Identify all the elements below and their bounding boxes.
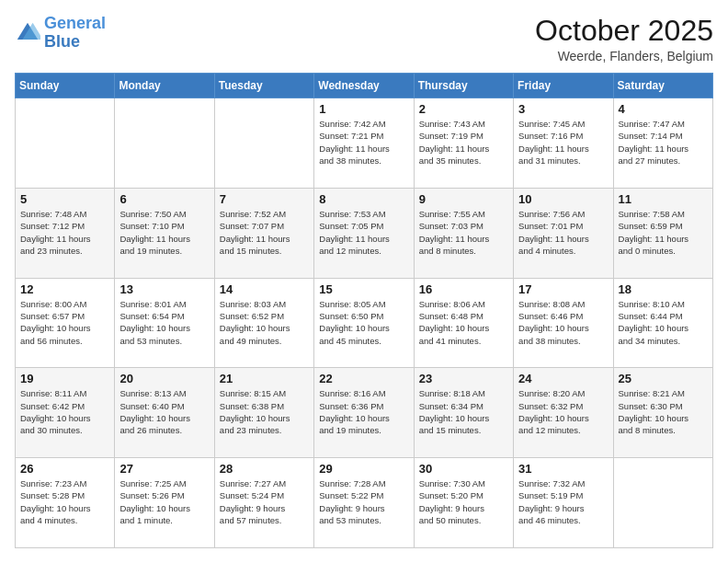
day-info-1-0: Sunrise: 7:48 AM Sunset: 7:12 PM Dayligh… (20, 208, 109, 257)
header-tuesday: Tuesday (214, 74, 313, 98)
cell-3-1: 20Sunrise: 8:13 AM Sunset: 6:40 PM Dayli… (115, 368, 214, 458)
cell-4-6 (613, 458, 712, 548)
title-block: October 2025 Weerde, Flanders, Belgium (535, 15, 713, 63)
day-info-2-3: Sunrise: 8:05 AM Sunset: 6:50 PM Dayligh… (319, 298, 408, 347)
day-info-3-2: Sunrise: 8:15 AM Sunset: 6:38 PM Dayligh… (220, 387, 309, 436)
day-info-4-3: Sunrise: 7:28 AM Sunset: 5:22 PM Dayligh… (319, 477, 408, 526)
cell-1-4: 9Sunrise: 7:55 AM Sunset: 7:03 PM Daylig… (414, 188, 513, 278)
day-info-3-5: Sunrise: 8:20 AM Sunset: 6:32 PM Dayligh… (518, 387, 608, 436)
cell-3-5: 24Sunrise: 8:20 AM Sunset: 6:32 PM Dayli… (514, 368, 613, 458)
cell-0-4: 2Sunrise: 7:43 AM Sunset: 7:19 PM Daylig… (414, 98, 513, 189)
cell-0-5: 3Sunrise: 7:45 AM Sunset: 7:16 PM Daylig… (514, 98, 613, 189)
day-info-2-5: Sunrise: 8:08 AM Sunset: 6:46 PM Dayligh… (518, 298, 608, 347)
day-number-3-5: 24 (518, 372, 608, 385)
day-info-0-5: Sunrise: 7:45 AM Sunset: 7:16 PM Dayligh… (518, 118, 608, 167)
week-row-0: 1Sunrise: 7:42 AM Sunset: 7:21 PM Daylig… (16, 98, 713, 189)
day-number-1-2: 7 (220, 192, 309, 206)
day-number-3-0: 19 (20, 372, 109, 385)
day-info-2-2: Sunrise: 8:03 AM Sunset: 6:52 PM Dayligh… (220, 298, 309, 347)
header-monday: Monday (115, 74, 214, 98)
day-number-3-3: 22 (319, 372, 408, 385)
cell-2-5: 17Sunrise: 8:08 AM Sunset: 6:46 PM Dayli… (514, 278, 613, 368)
day-info-3-6: Sunrise: 8:21 AM Sunset: 6:30 PM Dayligh… (619, 387, 708, 436)
cell-4-3: 29Sunrise: 7:28 AM Sunset: 5:22 PM Dayli… (314, 458, 414, 548)
day-number-0-3: 1 (319, 102, 408, 116)
week-row-4: 26Sunrise: 7:23 AM Sunset: 5:28 PM Dayli… (16, 458, 713, 548)
day-number-3-1: 20 (119, 372, 209, 385)
day-number-4-1: 27 (119, 462, 209, 476)
header: General Blue October 2025 Weerde, Flande… (15, 15, 713, 63)
week-row-2: 12Sunrise: 8:00 AM Sunset: 6:57 PM Dayli… (16, 278, 713, 368)
page: General Blue October 2025 Weerde, Flande… (0, 0, 728, 563)
day-info-4-5: Sunrise: 7:32 AM Sunset: 5:19 PM Dayligh… (518, 477, 608, 526)
day-number-4-3: 29 (319, 462, 408, 476)
day-number-3-4: 23 (419, 372, 508, 385)
cell-2-2: 14Sunrise: 8:03 AM Sunset: 6:52 PM Dayli… (214, 278, 313, 368)
day-number-2-3: 15 (319, 282, 408, 296)
day-number-2-6: 18 (619, 282, 708, 296)
day-number-1-3: 8 (319, 192, 408, 206)
day-number-4-5: 31 (518, 462, 608, 476)
week-row-3: 19Sunrise: 8:11 AM Sunset: 6:42 PM Dayli… (16, 368, 713, 458)
day-number-2-4: 16 (419, 282, 508, 296)
cell-1-5: 10Sunrise: 7:56 AM Sunset: 7:01 PM Dayli… (514, 188, 613, 278)
week-row-1: 5Sunrise: 7:48 AM Sunset: 7:12 PM Daylig… (16, 188, 713, 278)
day-number-2-1: 13 (119, 282, 209, 296)
day-number-2-5: 17 (518, 282, 608, 296)
day-info-4-2: Sunrise: 7:27 AM Sunset: 5:24 PM Dayligh… (220, 477, 309, 526)
cell-1-2: 7Sunrise: 7:52 AM Sunset: 7:07 PM Daylig… (214, 188, 313, 278)
cell-3-3: 22Sunrise: 8:16 AM Sunset: 6:36 PM Dayli… (314, 368, 414, 458)
day-info-2-0: Sunrise: 8:00 AM Sunset: 6:57 PM Dayligh… (20, 298, 109, 347)
day-number-0-4: 2 (419, 102, 508, 116)
day-number-4-4: 30 (419, 462, 508, 476)
cell-1-3: 8Sunrise: 7:53 AM Sunset: 7:05 PM Daylig… (314, 188, 414, 278)
day-info-0-4: Sunrise: 7:43 AM Sunset: 7:19 PM Dayligh… (419, 118, 508, 167)
day-info-0-3: Sunrise: 7:42 AM Sunset: 7:21 PM Dayligh… (319, 118, 408, 167)
logo-icon (15, 20, 40, 46)
day-info-4-1: Sunrise: 7:25 AM Sunset: 5:26 PM Dayligh… (119, 477, 209, 526)
cell-1-0: 5Sunrise: 7:48 AM Sunset: 7:12 PM Daylig… (16, 188, 115, 278)
cell-0-3: 1Sunrise: 7:42 AM Sunset: 7:21 PM Daylig… (314, 98, 414, 189)
day-number-4-0: 26 (20, 462, 109, 476)
cell-4-0: 26Sunrise: 7:23 AM Sunset: 5:28 PM Dayli… (16, 458, 115, 548)
day-info-2-4: Sunrise: 8:06 AM Sunset: 6:48 PM Dayligh… (419, 298, 508, 347)
cell-2-3: 15Sunrise: 8:05 AM Sunset: 6:50 PM Dayli… (314, 278, 414, 368)
cell-3-2: 21Sunrise: 8:15 AM Sunset: 6:38 PM Dayli… (214, 368, 313, 458)
header-wednesday: Wednesday (314, 74, 414, 98)
day-number-2-0: 12 (20, 282, 109, 296)
cell-2-1: 13Sunrise: 8:01 AM Sunset: 6:54 PM Dayli… (115, 278, 214, 368)
day-info-0-6: Sunrise: 7:47 AM Sunset: 7:14 PM Dayligh… (619, 118, 708, 167)
day-number-1-5: 10 (518, 192, 608, 206)
day-info-1-4: Sunrise: 7:55 AM Sunset: 7:03 PM Dayligh… (419, 208, 508, 257)
day-info-3-0: Sunrise: 8:11 AM Sunset: 6:42 PM Dayligh… (20, 387, 109, 436)
cell-4-1: 27Sunrise: 7:25 AM Sunset: 5:26 PM Dayli… (115, 458, 214, 548)
day-number-0-6: 4 (619, 102, 708, 116)
day-info-1-6: Sunrise: 7:58 AM Sunset: 6:59 PM Dayligh… (619, 208, 708, 257)
cell-0-2 (214, 98, 313, 189)
calendar-table: Sunday Monday Tuesday Wednesday Thursday… (15, 73, 713, 548)
cell-3-0: 19Sunrise: 8:11 AM Sunset: 6:42 PM Dayli… (16, 368, 115, 458)
day-info-3-1: Sunrise: 8:13 AM Sunset: 6:40 PM Dayligh… (119, 387, 209, 436)
day-number-1-1: 6 (119, 192, 209, 206)
location-title: Weerde, Flanders, Belgium (535, 49, 713, 63)
day-info-4-0: Sunrise: 7:23 AM Sunset: 5:28 PM Dayligh… (20, 477, 109, 526)
logo: General Blue (15, 15, 106, 52)
day-info-1-5: Sunrise: 7:56 AM Sunset: 7:01 PM Dayligh… (518, 208, 608, 257)
logo-line2: Blue (44, 32, 80, 51)
cell-1-1: 6Sunrise: 7:50 AM Sunset: 7:10 PM Daylig… (115, 188, 214, 278)
header-sunday: Sunday (16, 74, 115, 98)
day-info-4-4: Sunrise: 7:30 AM Sunset: 5:20 PM Dayligh… (419, 477, 508, 526)
day-info-1-2: Sunrise: 7:52 AM Sunset: 7:07 PM Dayligh… (220, 208, 309, 257)
cell-0-0 (16, 98, 115, 189)
day-info-3-3: Sunrise: 8:16 AM Sunset: 6:36 PM Dayligh… (319, 387, 408, 436)
day-info-3-4: Sunrise: 8:18 AM Sunset: 6:34 PM Dayligh… (419, 387, 508, 436)
day-info-2-6: Sunrise: 8:10 AM Sunset: 6:44 PM Dayligh… (619, 298, 708, 347)
cell-3-4: 23Sunrise: 8:18 AM Sunset: 6:34 PM Dayli… (414, 368, 513, 458)
cell-3-6: 25Sunrise: 8:21 AM Sunset: 6:30 PM Dayli… (613, 368, 712, 458)
day-info-1-3: Sunrise: 7:53 AM Sunset: 7:05 PM Dayligh… (319, 208, 408, 257)
cell-4-4: 30Sunrise: 7:30 AM Sunset: 5:20 PM Dayli… (414, 458, 513, 548)
cell-2-0: 12Sunrise: 8:00 AM Sunset: 6:57 PM Dayli… (16, 278, 115, 368)
logo-text: General Blue (44, 15, 106, 52)
cell-1-6: 11Sunrise: 7:58 AM Sunset: 6:59 PM Dayli… (613, 188, 712, 278)
logo-line1: General (44, 14, 106, 32)
